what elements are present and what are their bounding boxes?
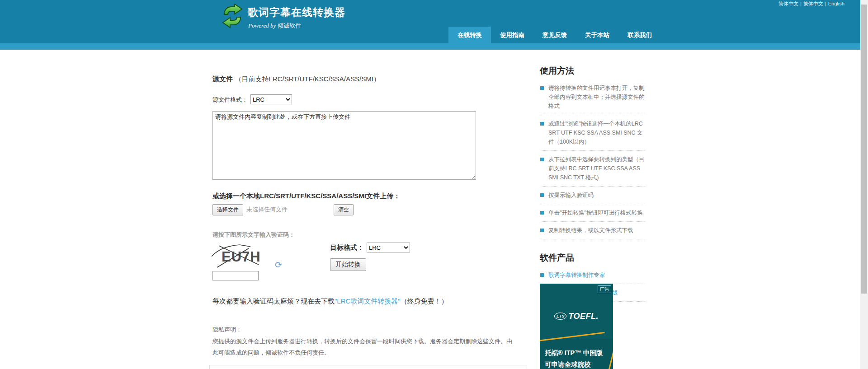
nav-tab-user-guide[interactable]: 使用指南 — [491, 27, 533, 43]
lang-link-simplified-chinese[interactable]: 简体中文 — [778, 1, 798, 6]
toefl-ad-banner[interactable]: 广告 ETSTOEFL. 托福® ITP™ 中国版 可申请全球院校 近300所 — [540, 284, 613, 369]
no-file-selected-text: 未选择任何文件 — [246, 206, 288, 213]
captcha-input[interactable] — [212, 271, 259, 280]
header: 简体中文|繁体中文|English 歌词字幕在线转换器 Powered by 倾… — [0, 0, 868, 43]
lang-separator: | — [825, 1, 826, 6]
target-format-label: 目标格式： — [330, 243, 364, 251]
captcha-prompt: 请按下图所示文字输入验证码： — [212, 231, 295, 239]
file-picker-row: 选择文件未选择任何文件 — [212, 204, 288, 215]
sidebar: 使用方法 请将待转换的文件用记事本打开，复制全部内容到文本框中；并选择源文件的格… — [540, 65, 645, 302]
source-format-select[interactable]: LRC — [250, 94, 292, 104]
product-link-item[interactable]: 歌词字幕转换制作专家 — [540, 266, 645, 284]
main-nav: 在线转换 使用指南 意见反馈 关于本站 联系我们 — [448, 27, 661, 43]
lang-link-english[interactable]: English — [828, 1, 844, 6]
header-accent-strip — [0, 43, 868, 50]
usage-item: 单击"开始转换"按钮即可进行格式转换 — [540, 204, 645, 222]
toefl-wordmark: TOEFL. — [568, 312, 599, 321]
promo-suffix: （终身免费！） — [401, 297, 448, 305]
target-format-row: 目标格式：LRC — [330, 243, 410, 252]
source-content-textarea[interactable]: 请将源文件内容复制到此处，或在下方直接上传文件 — [212, 111, 476, 180]
powered-by: Powered by 倾诚软件 — [248, 22, 301, 30]
lang-separator: | — [800, 1, 802, 6]
clear-button[interactable]: 清空 — [334, 204, 354, 215]
nav-tab-online-convert[interactable]: 在线转换 — [448, 27, 491, 43]
target-format-select[interactable]: LRC — [367, 243, 410, 252]
site-logo-sync-arrows-icon — [221, 4, 244, 28]
site-title: 歌词字幕在线转换器 — [248, 5, 345, 19]
powered-by-prefix: Powered by — [248, 22, 276, 29]
product-link-lyrics-expert[interactable]: 歌词字幕转换制作专家 — [548, 272, 605, 278]
upload-heading: 或选择一个本地LRC/SRT/UTF/KSC/SSA/ASS/SMI文件上传： — [212, 192, 400, 201]
page: 简体中文|繁体中文|English 歌词字幕在线转换器 Powered by 倾… — [0, 0, 868, 369]
ad-text-line1: 托福® ITP™ 中国版 — [545, 347, 603, 359]
nav-tab-contact[interactable]: 联系我们 — [618, 27, 661, 43]
source-format-row: 源文件格式：LRC — [212, 94, 292, 104]
scrollbar-thumb[interactable] — [861, 5, 867, 294]
language-switcher: 简体中文|繁体中文|English — [778, 0, 844, 7]
ad-badge[interactable]: 广告 — [598, 285, 611, 293]
promo-download-link[interactable]: "LRC歌词文件转换器" — [335, 297, 401, 305]
toefl-logo: ETSTOEFL. — [540, 312, 613, 321]
choose-file-button[interactable]: 选择文件 — [212, 204, 243, 215]
scrollbar-track[interactable] — [860, 0, 868, 369]
result-box-partial — [209, 365, 527, 369]
products-title: 软件产品 — [540, 252, 645, 264]
captcha-image: EU7H — [212, 241, 265, 270]
nav-tab-about[interactable]: 关于本站 — [576, 27, 618, 43]
ad-text-line2: 可申请全球院校 — [545, 359, 603, 369]
promo-prefix: 每次都要输入验证码太麻烦？现在去下载 — [212, 297, 335, 305]
usage-list: 请将待转换的文件用记事本打开，复制全部内容到文本框中；并选择源文件的格式 或通过… — [540, 79, 645, 239]
usage-item: 复制转换结果，或以文件形式下载 — [540, 222, 645, 239]
promo-line: 每次都要输入验证码太麻烦？现在去下载"LRC歌词文件转换器"（终身免费！） — [212, 297, 448, 306]
source-file-heading-formats: （目前支持LRC/SRT/UTF/KSC/SSA/ASS/SMI） — [235, 75, 380, 83]
usage-item: 请将待转换的文件用记事本打开，复制全部内容到文本框中；并选择源文件的格式 — [540, 79, 645, 115]
usage-item: 或通过"浏览"按钮选择一个本机的LRC SRT UTF KSC SSA ASS … — [540, 115, 645, 151]
start-convert-button[interactable]: 开始转换 — [330, 258, 366, 271]
privacy-body: 您提供的源文件会上传到服务器进行转换，转换后的文件会保留一段时间供您下载。服务器… — [212, 336, 516, 358]
lang-link-traditional-chinese[interactable]: 繁体中文 — [803, 1, 823, 6]
captcha-refresh-icon[interactable]: ⟳ — [275, 261, 282, 269]
ets-logo: ETS — [554, 313, 567, 320]
source-file-heading: 源文件 （目前支持LRC/SRT/UTF/KSC/SSA/ASS/SMI） — [212, 75, 380, 84]
privacy-title: 隐私声明： — [212, 326, 242, 334]
svg-text:EU7H: EU7H — [222, 249, 261, 265]
ad-text: 托福® ITP™ 中国版 可申请全球院校 近300所 — [545, 347, 603, 369]
source-file-heading-strong: 源文件 — [212, 75, 233, 83]
usage-item: 从下拉列表中选择要转换到的类型（目前支持LRC SRT UTF KSC SSA … — [540, 151, 645, 187]
usage-item: 按提示输入验证码 — [540, 187, 645, 204]
usage-title: 使用方法 — [540, 65, 645, 77]
powered-by-brand: 倾诚软件 — [278, 22, 301, 29]
nav-tab-feedback[interactable]: 意见反馈 — [533, 27, 576, 43]
source-format-label: 源文件格式： — [212, 96, 248, 103]
